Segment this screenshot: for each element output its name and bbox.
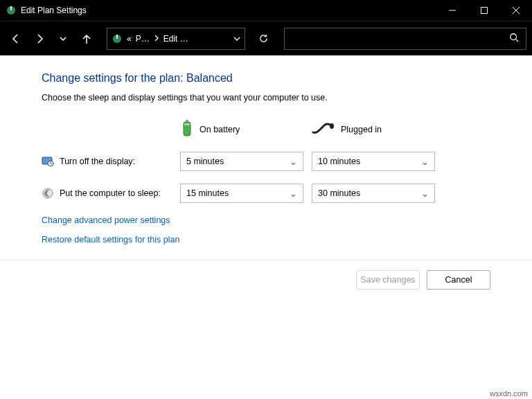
refresh-button[interactable] [252,28,274,50]
watermark: wsxdn.com [490,389,528,398]
svg-line-10 [516,39,519,42]
recent-locations-button[interactable] [53,28,73,49]
svg-rect-1 [10,6,12,10]
display-icon [42,155,54,168]
back-button[interactable] [6,28,26,49]
maximize-button[interactable] [468,0,500,21]
search-box[interactable] [284,28,526,50]
forward-button[interactable] [29,28,50,49]
chevron-down-icon: ⌄ [421,188,429,199]
restore-defaults-link[interactable]: Restore default settings for this plan [42,235,490,245]
row-sleep: Put the computer to sleep: 15 minutes ⌄ … [42,184,490,203]
svg-rect-3 [481,8,488,14]
minimize-button[interactable] [436,0,468,21]
title-bar: Edit Plan Settings [0,0,532,21]
breadcrumb-current: Edit … [163,34,188,44]
sleep-battery-select[interactable]: 15 minutes ⌄ [180,184,303,203]
display-row-label: Turn off the display: [42,155,180,168]
up-button[interactable] [76,28,97,49]
plug-icon [312,121,335,137]
svg-rect-13 [184,123,190,125]
svg-point-9 [511,33,517,39]
search-icon [509,33,519,45]
chevron-down-icon: ⌄ [290,157,297,167]
page-subheading: Choose the sleep and display settings th… [42,93,490,103]
svg-rect-8 [116,35,118,39]
svg-point-14 [330,123,334,129]
save-button[interactable]: Save changes [356,270,420,290]
display-battery-value: 5 minutes [186,157,224,166]
plugged-in-header: Plugged in [312,121,443,137]
sleep-label-text: Put the computer to sleep: [60,188,161,198]
sleep-row-label: Put the computer to sleep: [42,187,180,200]
display-label-text: Turn off the display: [60,157,135,166]
links-section: Change advanced power settings Restore d… [42,215,490,245]
display-battery-select[interactable]: 5 minutes ⌄ [180,152,303,171]
sleep-plugged-value: 30 minutes [318,188,360,198]
display-plugged-value: 10 minutes [318,157,360,166]
plugged-in-label: Plugged in [341,125,382,134]
sleep-battery-value: 15 minutes [186,188,229,198]
page-heading: Change settings for the plan: Balanced [42,72,490,85]
footer-buttons: Save changes Cancel [0,260,532,290]
chevron-down-icon: ⌄ [290,188,297,199]
breadcrumb-parent: P… [136,34,150,44]
app-icon [6,5,17,16]
sleep-plugged-select[interactable]: 30 minutes ⌄ [312,184,435,203]
row-turn-off-display: Turn off the display: 5 minutes ⌄ 10 min… [42,152,490,171]
on-battery-header: On battery [180,119,312,139]
chevron-down-icon[interactable] [233,34,240,44]
on-battery-label: On battery [200,125,240,134]
close-button[interactable] [500,0,532,21]
chevron-down-icon: ⌄ [421,157,429,167]
content-area: Change settings for the plan: Balanced C… [0,55,532,245]
advanced-settings-link[interactable]: Change advanced power settings [42,215,490,225]
moon-icon [42,187,54,200]
display-plugged-select[interactable]: 10 minutes ⌄ [312,152,435,171]
power-options-icon [112,33,123,44]
svg-rect-12 [186,120,188,122]
window-title: Edit Plan Settings [21,6,87,15]
cancel-button[interactable]: Cancel [427,270,490,290]
breadcrumb-prefix: « [127,34,132,44]
nav-bar: « P… Edit … [0,21,532,55]
battery-icon [180,119,194,139]
chevron-right-icon [154,34,159,44]
breadcrumb[interactable]: « P… Edit … [107,28,245,50]
column-headers: On battery Plugged in [42,119,490,139]
